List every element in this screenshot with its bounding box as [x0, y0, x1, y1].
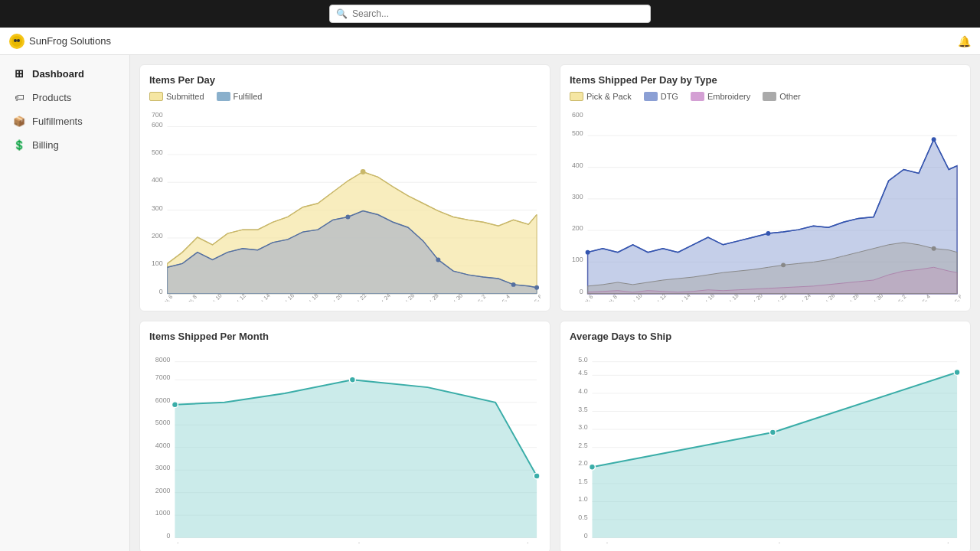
svg-text:3.5: 3.5 — [578, 405, 587, 412]
svg-text:November: November — [337, 542, 368, 543]
svg-point-1 — [14, 39, 17, 42]
legend-dtg: DTG — [644, 92, 678, 101]
dashboard-icon: ⊞ — [12, 67, 26, 80]
svg-text:Dec, 6: Dec, 6 — [948, 293, 961, 302]
items-per-day-card: Items Per Day Submitted Fulfilled 0 100 … — [139, 64, 550, 311]
svg-point-0 — [11, 36, 22, 47]
app-row: SunFrog Solutions 🔔 — [0, 28, 980, 55]
legend-fulfilled-swatch — [217, 92, 230, 101]
svg-text:October: October — [592, 542, 616, 543]
svg-text:200: 200 — [572, 224, 583, 232]
svg-text:300: 300 — [152, 204, 163, 212]
svg-text:0: 0 — [159, 288, 163, 295]
sidebar-item-dashboard-label: Dashboard — [32, 68, 84, 80]
svg-text:2000: 2000 — [155, 486, 171, 494]
legend-dtg-swatch — [644, 92, 658, 101]
svg-text:0: 0 — [167, 531, 171, 539]
svg-point-19 — [361, 169, 366, 174]
legend-submitted: Submitted — [149, 92, 204, 101]
sidebar-item-fulfillments-label: Fulfillments — [32, 116, 83, 127]
svg-text:1.0: 1.0 — [578, 495, 587, 503]
svg-text:0: 0 — [584, 531, 588, 539]
legend-pick-pack: Pick & Pack — [570, 92, 632, 101]
sidebar-item-dashboard[interactable]: ⊞ Dashboard — [0, 61, 129, 86]
svg-text:1.5: 1.5 — [578, 477, 587, 484]
search-bar[interactable]: 🔍 — [329, 5, 651, 23]
items-per-day-legend: Submitted Fulfilled — [149, 92, 541, 101]
svg-text:December: December — [926, 542, 957, 543]
topbar: 🔍 — [0, 0, 980, 28]
main-layout: ⊞ Dashboard 🏷 Products 📦 Fulfillments 💲 … — [0, 55, 980, 551]
legend-embroidery: Embroidery — [691, 92, 750, 101]
content-area: Items Per Day Submitted Fulfilled 0 100 … — [130, 55, 980, 551]
products-icon: 🏷 — [12, 92, 26, 103]
svg-point-126 — [590, 464, 596, 470]
svg-text:December: December — [505, 542, 537, 543]
svg-marker-125 — [592, 372, 957, 537]
svg-point-55 — [586, 250, 590, 255]
items-shipped-per-day-chart: 0 100 200 300 400 500 600 — [570, 106, 961, 302]
legend-other: Other — [763, 92, 801, 101]
legend-pick-pack-swatch — [570, 92, 583, 101]
sidebar-item-fulfillments[interactable]: 📦 Fulfillments — [0, 109, 129, 133]
svg-point-127 — [769, 429, 776, 435]
svg-text:Dec, 4: Dec, 4 — [915, 293, 931, 302]
items-shipped-per-month-chart: 0 1000 2000 3000 4000 5000 6000 7000 800… — [149, 348, 541, 544]
svg-text:200: 200 — [152, 232, 163, 240]
svg-text:4000: 4000 — [155, 441, 171, 448]
svg-point-97 — [172, 401, 178, 407]
items-shipped-per-day-legend: Pick & Pack DTG Embroidery Other — [570, 92, 961, 101]
svg-text:6000: 6000 — [155, 396, 171, 403]
brand-logo — [9, 34, 24, 49]
svg-text:600: 600 — [152, 121, 163, 129]
legend-embroidery-label: Embroidery — [707, 92, 750, 101]
svg-text:100: 100 — [572, 256, 583, 263]
svg-text:2.5: 2.5 — [578, 441, 587, 448]
svg-text:700: 700 — [152, 111, 163, 119]
svg-marker-96 — [175, 380, 537, 537]
legend-submitted-label: Submitted — [166, 92, 204, 101]
sidebar-item-products[interactable]: 🏷 Products — [0, 86, 129, 109]
avg-days-to-ship-card: Average Days to Ship 0 0.5 1.0 1.5 2.0 2… — [560, 321, 971, 552]
items-per-day-title: Items Per Day — [149, 74, 541, 86]
svg-text:4.0: 4.0 — [578, 386, 587, 394]
legend-dtg-label: DTG — [661, 92, 678, 101]
items-shipped-per-day-card: Items Shipped Per Day by Type Pick & Pac… — [560, 64, 971, 311]
legend-pick-pack-label: Pick & Pack — [586, 92, 632, 101]
svg-text:Dec, 6: Dec, 6 — [528, 293, 541, 302]
items-shipped-per-month-title: Items Shipped Per Month — [149, 331, 541, 342]
search-icon: 🔍 — [336, 8, 348, 19]
svg-text:0.5: 0.5 — [578, 514, 587, 521]
legend-other-label: Other — [779, 92, 801, 101]
svg-point-22 — [436, 258, 440, 262]
avg-days-to-ship-chart: 0 0.5 1.0 1.5 2.0 2.5 3.0 3.5 4.0 4.5 5.… — [570, 348, 961, 544]
search-input[interactable] — [352, 8, 644, 19]
items-shipped-per-month-card: Items Shipped Per Month 0 1000 2000 3000… — [139, 321, 550, 552]
notification-icon[interactable]: 🔔 — [958, 35, 971, 47]
sidebar-item-billing[interactable]: 💲 Billing — [0, 133, 129, 157]
app-row-right: 🔔 — [958, 34, 971, 48]
svg-text:300: 300 — [572, 193, 583, 201]
legend-other-swatch — [763, 92, 776, 101]
svg-text:600: 600 — [572, 111, 583, 119]
legend-submitted-swatch — [149, 92, 163, 101]
svg-point-98 — [349, 377, 355, 383]
svg-text:7000: 7000 — [155, 373, 171, 381]
brand-name: SunFrog Solutions — [29, 35, 111, 47]
svg-point-56 — [766, 231, 770, 236]
svg-point-60 — [781, 262, 786, 267]
legend-fulfilled: Fulfilled — [217, 92, 263, 101]
fulfillments-icon: 📦 — [12, 116, 26, 127]
svg-text:3000: 3000 — [155, 464, 171, 471]
svg-text:Dec, 4: Dec, 4 — [495, 293, 511, 302]
svg-text:Dec, 2: Dec, 2 — [891, 293, 907, 302]
sidebar-item-billing-label: Billing — [32, 139, 59, 151]
svg-text:November: November — [757, 542, 789, 543]
sidebar: ⊞ Dashboard 🏷 Products 📦 Fulfillments 💲 … — [0, 55, 130, 551]
legend-fulfilled-label: Fulfilled — [234, 92, 263, 101]
svg-text:100: 100 — [152, 259, 163, 267]
svg-text:Dec, 2: Dec, 2 — [471, 293, 487, 302]
svg-point-23 — [511, 282, 516, 287]
svg-text:400: 400 — [572, 161, 583, 169]
svg-point-24 — [534, 285, 539, 290]
